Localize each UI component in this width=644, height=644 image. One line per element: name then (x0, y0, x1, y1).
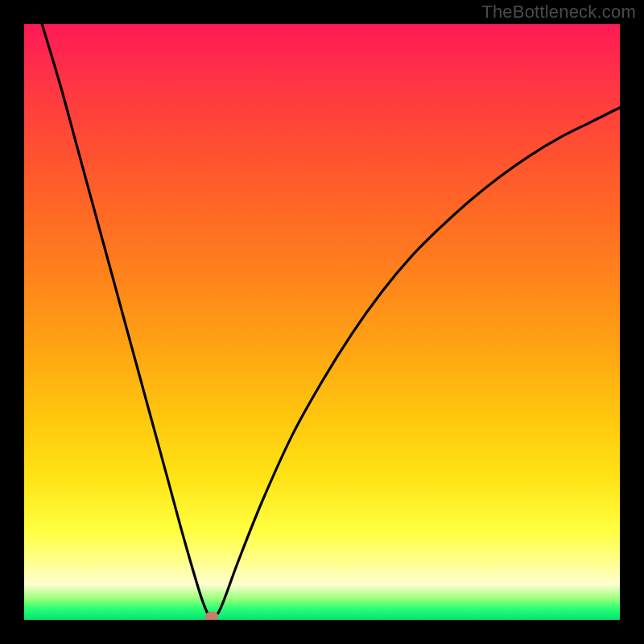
bottleneck-curve-svg (24, 24, 620, 620)
watermark-text: TheBottleneck.com (481, 2, 636, 23)
chart-frame: TheBottleneck.com (0, 0, 644, 644)
bottleneck-curve-path (42, 24, 620, 617)
plot-area (24, 24, 620, 620)
optimal-point-marker (205, 612, 219, 620)
